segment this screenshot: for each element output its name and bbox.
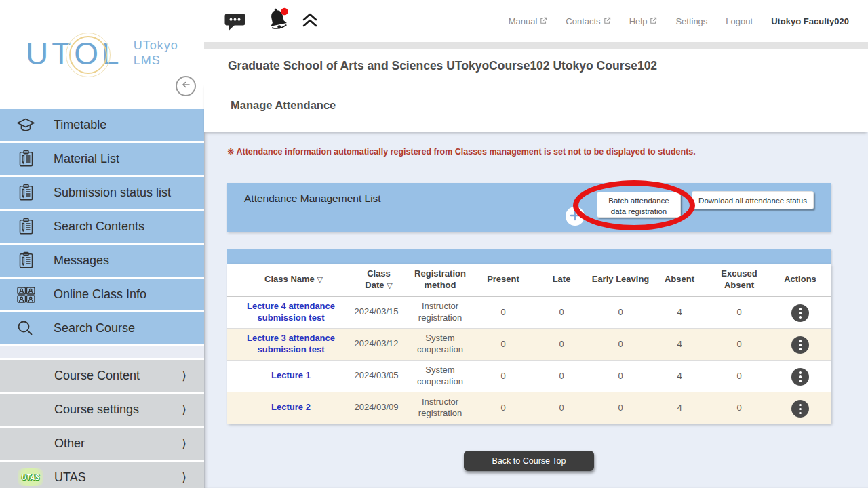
column-header-actions: Actions [770,264,831,296]
early-leaving-count: 0 [591,328,650,360]
chevron-right-icon: ⟩ [182,369,186,383]
sidebar-item-label: Other [54,436,85,451]
row-actions-button[interactable] [791,304,809,322]
class-name-link[interactable]: Lecture 1 [271,370,311,382]
class-name-link[interactable]: Lecture 4 attendance submission test [241,301,341,324]
sidebar-item-label: Course settings [54,403,139,417]
table-top-strip [227,249,831,264]
late-count: 0 [532,360,591,392]
search-icon [14,319,37,338]
sidebar-item-course-content[interactable]: Course Content ⟩ [0,360,204,392]
registration-method-cell: System cooperation [406,328,474,360]
row-actions-button[interactable] [791,400,809,418]
panel-title: Attendance Management List [244,192,381,205]
excused-absent-count: 0 [709,360,770,392]
sidebar-item-label: UTAS [54,470,86,485]
registration-method-cell: Instructor registration [406,296,474,328]
sidebar-item-search-contents[interactable]: Search Contents [0,211,204,243]
nav-link-settings[interactable]: Settings [675,16,707,26]
chat-messages-icon[interactable] [224,12,246,34]
early-leaving-count: 0 [591,360,650,392]
sidebar-item-label: Online Class Info [54,287,146,302]
sidebar-item-label: Submission status list [54,186,171,200]
class-name-link[interactable]: Lecture 2 [271,402,311,413]
late-count: 0 [532,296,591,328]
sidebar-item-timetable[interactable]: Timetable [0,109,204,141]
logged-in-user: Utokyo Faculty020 [771,16,849,26]
nav-link-manual[interactable]: Manual [509,16,548,26]
early-leaving-count: 0 [591,392,650,424]
column-header-class-date[interactable]: Class Date ▽ [347,264,406,296]
sidebar-item-online-class-info[interactable]: Online Class Info [0,279,204,310]
column-header-registration-method: Registration method [406,264,474,296]
external-link-icon [604,16,611,26]
course-title: Graduate School of Arts and Sciences UTo… [228,59,657,73]
table-header-row: Class Name ▽ Class Date ▽ Registration m… [227,264,831,296]
sidebar-item-messages[interactable]: Messages [0,245,204,277]
left-arrow-icon [180,79,191,93]
utas-logo-icon: UTAS [18,468,43,486]
chevron-right-icon: ⟩ [182,403,186,417]
plus-icon [570,210,580,223]
sidebar-item-utas[interactable]: UTAS UTAS ⟩ [0,462,204,488]
collapse-topbar-icon[interactable] [301,12,319,32]
add-attendance-button[interactable] [566,207,585,226]
sidebar-item-label: Search Course [54,321,135,336]
sidebar-item-other[interactable]: Other ⟩ [0,428,204,460]
class-name-link[interactable]: Lecture 3 attendance submission test [241,333,341,356]
row-actions-button[interactable] [791,336,809,354]
column-header-late: Late [532,264,591,296]
main-area: Manual Contacts Help S [204,0,868,488]
nav-link-help[interactable]: Help [629,16,658,26]
clipboard-icon [14,184,37,202]
clipboard-icon [14,251,37,270]
topbar: Manual Contacts Help S [204,0,868,42]
sidebar-item-label: Timetable [54,118,106,132]
sidebar-item-label: Messages [54,253,109,268]
absent-count: 4 [650,328,709,360]
back-to-course-top-button[interactable]: Back to Course Top [464,451,595,471]
present-count: 0 [474,360,532,392]
sidebar-item-submission-status-list[interactable]: Submission status list [0,177,204,209]
present-count: 0 [474,296,532,328]
registration-method-cell: Instructor registration [406,392,474,424]
download-all-attendance-button[interactable]: Download all attendance status [692,191,814,209]
column-header-absent: Absent [650,264,709,296]
sort-desc-icon[interactable]: ▽ [317,275,322,283]
sort-desc-icon[interactable]: ▽ [387,281,392,289]
sidebar-collapse-button[interactable] [176,76,196,96]
sidebar-item-label: Course Content [54,369,140,383]
absent-count: 4 [650,296,709,328]
clipboard-icon [14,218,37,236]
column-header-class-name[interactable]: Class Name ▽ [227,264,347,296]
class-date-cell: 2024/03/05 [347,360,406,392]
topbar-divider [204,42,868,49]
column-header-excused-absent: Excused Absent [709,264,770,296]
batch-attendance-registration-button[interactable]: Batch attendance data registration [597,192,681,218]
external-link-icon [650,16,657,26]
class-date-cell: 2024/03/12 [347,328,406,360]
sidebar-item-material-list[interactable]: Material List [0,143,204,175]
sidebar-divider [0,346,204,358]
table-row: Lecture 2 2024/03/09 Instructor registra… [227,392,831,424]
notifications-bell-icon[interactable] [265,6,292,37]
sidebar-item-label: Search Contents [54,220,144,234]
logo-o-ring: O [74,35,102,72]
nav-link-logout[interactable]: Logout [726,16,753,26]
present-count: 0 [474,328,532,360]
sidebar-item-label: Material List [54,152,119,166]
sidebar-item-course-settings[interactable]: Course settings ⟩ [0,394,204,426]
page-title: Manage Attendance [231,99,336,111]
excused-absent-count: 0 [709,328,770,360]
sidebar-item-search-course[interactable]: Search Course [0,312,204,344]
logo-area: UTOL UTokyo LMS [0,0,204,109]
attendance-management-panel: Attendance Management List Batch attenda… [227,183,831,232]
chevron-right-icon: ⟩ [182,436,186,451]
course-title-bar: Graduate School of Arts and Sciences UTo… [204,49,868,83]
early-leaving-count: 0 [591,296,650,328]
chevron-right-icon: ⟩ [182,470,186,485]
row-actions-button[interactable] [791,368,809,386]
registration-method-cell: System cooperation [406,360,474,392]
utol-logo: UTOL UTokyo LMS [26,35,178,72]
nav-link-contacts[interactable]: Contacts [566,16,610,26]
